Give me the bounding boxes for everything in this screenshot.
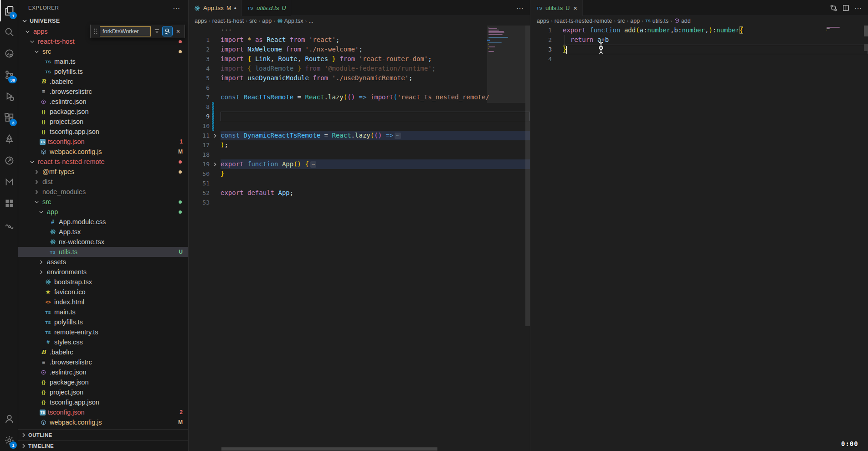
code-line-53[interactable]: 53 xyxy=(189,198,530,207)
tree-item-package.json[interactable]: {}package.json xyxy=(18,107,188,117)
code-line-3[interactable]: 3import { Link, Route, Routes } from 're… xyxy=(189,54,530,64)
tree-item-.eslintrc.json[interactable]: .eslintrc.json xyxy=(18,97,188,107)
tree-item-App.module.css[interactable]: #App.module.css xyxy=(18,217,188,227)
code-line-18[interactable]: 18 xyxy=(189,150,530,159)
close-icon[interactable]: × xyxy=(174,26,183,36)
tree-item-src[interactable]: src xyxy=(18,197,188,207)
tree-item-react-ts-nested-remote[interactable]: react-ts-nested-remote xyxy=(18,157,188,167)
activity-search[interactable] xyxy=(0,21,18,43)
activity-remote-tool[interactable] xyxy=(0,43,18,64)
tree-item-package.json[interactable]: {}package.json xyxy=(18,377,188,387)
tree-item-main.ts[interactable]: TSmain.ts xyxy=(18,307,188,317)
tree-item-app[interactable]: app xyxy=(18,207,188,217)
tree-item-tsconfig.json[interactable]: TStsconfig.json2 xyxy=(18,407,188,417)
tree-item-utils.ts[interactable]: TSutils.tsU xyxy=(18,247,188,257)
tree-item-tsconfig.json[interactable]: TStsconfig.json1 xyxy=(18,137,188,147)
tree-item-dist[interactable]: dist xyxy=(18,177,188,187)
breadcrumb-item-...[interactable]: ... xyxy=(308,18,313,24)
breadcrumb-item-app[interactable]: app xyxy=(630,18,640,24)
tab-utils.ts[interactable]: TSutils.tsU× xyxy=(531,0,583,16)
tree-item-src[interactable]: src xyxy=(18,46,188,56)
activity-waves[interactable] xyxy=(0,214,18,236)
tree-item-index.html[interactable]: <>index.html xyxy=(18,297,188,307)
code-line-2[interactable]: 2 return a+b xyxy=(531,35,868,45)
tree-item-node_modules[interactable]: node_modules xyxy=(18,187,188,197)
tree-item-webpack.config.js[interactable]: webpack.config.jsM xyxy=(18,417,188,427)
tab-App.tsx[interactable]: App.tsxM● xyxy=(189,0,242,16)
breadcrumb-item-app[interactable]: app xyxy=(262,18,272,24)
tree-item-.browserslistrc[interactable]: ≡.browserslistrc xyxy=(18,87,188,97)
code-line-4[interactable]: 4import { loadRemote } from '@module-fed… xyxy=(189,64,530,73)
code-line-52[interactable]: 52export default App; xyxy=(189,188,530,198)
code-line-1[interactable]: 1export function add(a:number,b:number,)… xyxy=(531,26,868,35)
find-input[interactable] xyxy=(100,26,151,36)
breadcrumb-item-src[interactable]: src xyxy=(249,18,257,24)
activity-source-control[interactable]: 38 xyxy=(0,64,18,86)
breadcrumb-item-src[interactable]: src xyxy=(617,18,625,24)
code-line[interactable]: ··· xyxy=(189,26,530,35)
breadcrumb-item-add[interactable]: add xyxy=(674,18,691,24)
tree-item-favicon.ico[interactable]: ★favicon.ico xyxy=(18,287,188,297)
fold-chevron-icon[interactable] xyxy=(210,159,221,169)
drag-grip-icon[interactable] xyxy=(92,27,98,35)
tree-item-main.ts[interactable]: TSmain.ts xyxy=(18,56,188,67)
breadcrumb-item-apps[interactable]: apps xyxy=(537,18,549,24)
tab-utils.d.ts[interactable]: TSutils.d.tsU xyxy=(242,0,292,16)
code-line-9[interactable]: 9 xyxy=(189,112,530,121)
filter-icon[interactable] xyxy=(152,26,161,36)
tree-item-.babelrc[interactable]: B.babelrc xyxy=(18,347,188,357)
activity-todo-tree[interactable] xyxy=(0,128,18,150)
code-line-51[interactable]: 51 xyxy=(189,179,530,188)
code-line-8[interactable]: 8 xyxy=(189,102,530,112)
code-line-4[interactable]: 4 xyxy=(531,54,868,64)
code-line-6[interactable]: 6 xyxy=(189,83,530,92)
minimap[interactable] xyxy=(825,26,863,447)
tree-item-assets[interactable]: assets xyxy=(18,257,188,267)
tree-item-.browserslistrc[interactable]: ≡.browserslistrc xyxy=(18,357,188,367)
activity-live-share[interactable] xyxy=(0,150,18,171)
tree-item-project.json[interactable]: {}project.json xyxy=(18,387,188,397)
activity-dashboard[interactable] xyxy=(0,193,18,214)
tree-item-.babelrc[interactable]: B.babelrc xyxy=(18,77,188,87)
tree-item-tsconfig.app.json[interactable]: {}tsconfig.app.json xyxy=(18,127,188,137)
code-line-2[interactable]: 2import NxWelcome from './nx-welcome'; xyxy=(189,45,530,54)
more-icon[interactable]: ⋯ xyxy=(854,4,862,12)
more-icon[interactable]: ⋯ xyxy=(516,4,524,12)
breadcrumb-item-apps[interactable]: apps xyxy=(195,18,207,24)
code-line-1[interactable]: 1import * as React from 'react'; xyxy=(189,35,530,45)
breadcrumb-item-App.tsx[interactable]: App.tsx xyxy=(277,18,303,24)
activity-explorer[interactable]: 1 xyxy=(0,0,18,21)
code-line-10[interactable]: 10 xyxy=(189,121,530,131)
code-line-3[interactable]: 3} xyxy=(531,45,868,54)
code-editor-utils-ts[interactable]: 1export function add(a:number,b:number,)… xyxy=(531,26,868,447)
tree-item-tsconfig.app.json[interactable]: {}tsconfig.app.json xyxy=(18,397,188,407)
vertical-scrollbar[interactable] xyxy=(525,26,530,326)
horizontal-scrollbar[interactable] xyxy=(221,447,437,451)
minimap[interactable] xyxy=(487,26,525,447)
activity-accounts[interactable] xyxy=(0,408,18,430)
tree-item-webpack.config.js[interactable]: webpack.config.jsM xyxy=(18,147,188,157)
breadcrumb-item-utils.ts[interactable]: TSutils.ts xyxy=(645,18,668,24)
tree-item-@mf-types[interactable]: @mf-types xyxy=(18,167,188,177)
code-line-19[interactable]: 19export function App() {⋯ xyxy=(189,159,530,169)
code-editor-app-tsx[interactable]: ···1import * as React from 'react';2impo… xyxy=(189,26,530,447)
tree-item-polyfills.ts[interactable]: TSpolyfills.ts xyxy=(18,317,188,327)
activity-nx-console[interactable] xyxy=(0,171,18,193)
outline-section[interactable]: OUTLINE xyxy=(18,429,188,440)
fold-chevron-icon[interactable] xyxy=(210,131,221,140)
code-line-50[interactable]: 50} xyxy=(189,169,530,179)
activity-extensions[interactable]: 3 xyxy=(0,107,18,128)
tree-item-remote-entry.ts[interactable]: TSremote-entry.ts xyxy=(18,327,188,337)
code-line-17[interactable]: 17); xyxy=(189,140,530,150)
breadcrumb-item-react-ts-host[interactable]: react-ts-host xyxy=(212,18,244,24)
code-line-11[interactable]: 11const DynamicReactTsRemote = React.laz… xyxy=(189,131,530,140)
split-editor-icon[interactable] xyxy=(842,4,850,12)
tree-item-bootstrap.tsx[interactable]: bootstrap.tsx xyxy=(18,277,188,287)
tree-item-styles.css[interactable]: #styles.css xyxy=(18,337,188,347)
open-changes-icon[interactable] xyxy=(830,4,837,12)
tree-item-App.tsx[interactable]: App.tsx xyxy=(18,227,188,237)
activity-settings[interactable]: 1 xyxy=(0,430,18,451)
fuzzy-match-icon[interactable] xyxy=(163,26,172,36)
tree-item-project.json[interactable]: {}project.json xyxy=(18,117,188,127)
close-icon[interactable]: × xyxy=(573,4,577,12)
